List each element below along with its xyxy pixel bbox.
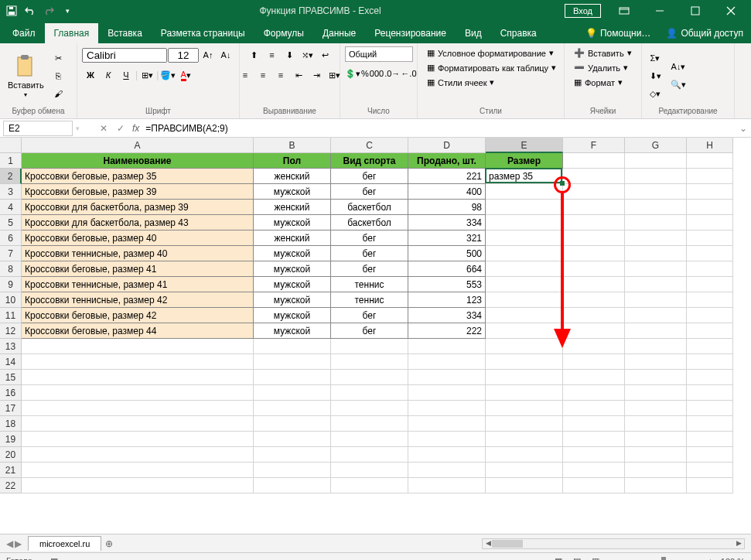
align-right-icon[interactable]: ≡ bbox=[272, 67, 289, 84]
cell[interactable] bbox=[563, 153, 625, 169]
cell[interactable]: Вид спорта bbox=[331, 153, 408, 169]
cell[interactable] bbox=[22, 354, 254, 370]
cell[interactable]: баскетбол bbox=[331, 215, 408, 230]
cell[interactable]: Размер bbox=[486, 153, 563, 169]
cell[interactable] bbox=[408, 401, 486, 416]
cell[interactable] bbox=[625, 478, 687, 493]
select-all-corner[interactable] bbox=[0, 138, 22, 153]
cell[interactable] bbox=[254, 339, 331, 354]
tab-view[interactable]: Вид bbox=[456, 23, 491, 43]
cell[interactable] bbox=[563, 401, 625, 416]
cell[interactable] bbox=[687, 230, 733, 246]
cell[interactable] bbox=[625, 292, 687, 308]
undo-icon[interactable] bbox=[22, 2, 39, 19]
cell[interactable] bbox=[486, 277, 563, 292]
cell[interactable]: 321 bbox=[408, 230, 486, 246]
cell[interactable] bbox=[563, 292, 625, 308]
cell[interactable] bbox=[22, 478, 254, 493]
row-header-1[interactable]: 1 bbox=[0, 153, 22, 169]
zoom-in-icon[interactable]: + bbox=[708, 557, 712, 561]
cell[interactable] bbox=[687, 385, 733, 401]
cell[interactable] bbox=[625, 215, 687, 230]
cell[interactable]: Кроссовки теннисные, размер 41 bbox=[22, 277, 254, 292]
wrap-icon[interactable]: ↩ bbox=[317, 46, 334, 63]
col-header-H[interactable]: H bbox=[687, 138, 733, 153]
cell[interactable] bbox=[486, 463, 563, 478]
cell[interactable] bbox=[22, 447, 254, 463]
formula-input[interactable] bbox=[142, 121, 736, 136]
cell[interactable] bbox=[687, 200, 733, 215]
cell[interactable]: Кроссовки беговые, размер 39 bbox=[22, 184, 254, 200]
cell[interactable] bbox=[486, 385, 563, 401]
copy-icon[interactable]: ⎘ bbox=[50, 67, 67, 84]
cell[interactable]: теннис bbox=[331, 277, 408, 292]
cell[interactable] bbox=[254, 354, 331, 370]
clear-icon[interactable]: ◇▾ bbox=[647, 85, 664, 102]
view-pagebreak-icon[interactable]: ▥ bbox=[587, 555, 604, 561]
number-format-select[interactable] bbox=[345, 46, 413, 62]
cell[interactable] bbox=[408, 370, 486, 385]
spreadsheet-grid[interactable]: ABCDEFGH 1234567891011121314151617181920… bbox=[0, 138, 751, 534]
align-left-icon[interactable]: ≡ bbox=[237, 67, 254, 84]
cell[interactable] bbox=[331, 463, 408, 478]
cell[interactable] bbox=[486, 401, 563, 416]
format-table-button[interactable]: ▦Форматировать как таблицу▾ bbox=[422, 61, 559, 74]
cell[interactable] bbox=[563, 200, 625, 215]
hscroll-thumb[interactable] bbox=[492, 540, 523, 548]
row-header-19[interactable]: 19 bbox=[0, 432, 22, 447]
cell[interactable]: мужской bbox=[254, 215, 331, 230]
row-header-11[interactable]: 11 bbox=[0, 308, 22, 323]
col-header-A[interactable]: A bbox=[22, 138, 254, 153]
row-header-12[interactable]: 12 bbox=[0, 323, 22, 339]
cell[interactable]: бег bbox=[331, 261, 408, 277]
cell[interactable] bbox=[254, 401, 331, 416]
cell[interactable] bbox=[486, 416, 563, 432]
format-cells-button[interactable]: ▦Формат▾ bbox=[569, 76, 637, 89]
cell[interactable] bbox=[687, 292, 733, 308]
cell[interactable] bbox=[687, 153, 733, 169]
cell[interactable]: Пол bbox=[254, 153, 331, 169]
cell[interactable] bbox=[687, 354, 733, 370]
tell-me[interactable]: 💡Помощни… bbox=[578, 23, 658, 43]
percent-icon[interactable]: % bbox=[361, 65, 369, 82]
cell[interactable] bbox=[563, 447, 625, 463]
row-header-21[interactable]: 21 bbox=[0, 463, 22, 478]
cell[interactable] bbox=[625, 153, 687, 169]
cell[interactable]: бег bbox=[331, 184, 408, 200]
ribbon-options-icon[interactable] bbox=[607, 0, 641, 22]
qat-customize-icon[interactable]: ▾ bbox=[59, 2, 76, 19]
cell[interactable] bbox=[687, 184, 733, 200]
cell[interactable]: Кроссовки для баскетбола, размер 39 bbox=[22, 200, 254, 215]
cell[interactable] bbox=[625, 184, 687, 200]
row-header-20[interactable]: 20 bbox=[0, 447, 22, 463]
cell[interactable] bbox=[486, 308, 563, 323]
cells-area[interactable]: НаименованиеПолВид спортаПродано, шт.Раз… bbox=[22, 153, 751, 534]
cell[interactable] bbox=[563, 432, 625, 447]
cell[interactable] bbox=[331, 432, 408, 447]
zoom-level[interactable]: 100 % bbox=[721, 557, 745, 561]
cell[interactable] bbox=[486, 246, 563, 261]
cell[interactable] bbox=[408, 354, 486, 370]
decrease-font-icon[interactable]: A↓ bbox=[217, 46, 234, 63]
borders-icon[interactable]: ⊞▾ bbox=[138, 67, 155, 84]
minimize-icon[interactable] bbox=[643, 0, 677, 22]
cell[interactable] bbox=[486, 432, 563, 447]
cell[interactable]: бег bbox=[331, 230, 408, 246]
cell[interactable] bbox=[625, 432, 687, 447]
cell[interactable] bbox=[486, 323, 563, 339]
fill-color-icon[interactable]: 🪣▾ bbox=[159, 67, 176, 84]
cell[interactable] bbox=[408, 385, 486, 401]
align-center-icon[interactable]: ≡ bbox=[254, 67, 271, 84]
cell[interactable] bbox=[625, 339, 687, 354]
cut-icon[interactable]: ✂ bbox=[50, 50, 67, 67]
cell[interactable]: 553 bbox=[408, 277, 486, 292]
cell[interactable] bbox=[22, 432, 254, 447]
expand-formulabar-icon[interactable]: ⌄ bbox=[736, 123, 751, 134]
align-top-icon[interactable]: ⬆ bbox=[246, 46, 263, 63]
underline-button[interactable]: Ч bbox=[118, 67, 135, 84]
cell[interactable] bbox=[563, 261, 625, 277]
cell[interactable] bbox=[625, 370, 687, 385]
cell[interactable] bbox=[625, 308, 687, 323]
cell[interactable] bbox=[486, 447, 563, 463]
cell[interactable]: 334 bbox=[408, 215, 486, 230]
